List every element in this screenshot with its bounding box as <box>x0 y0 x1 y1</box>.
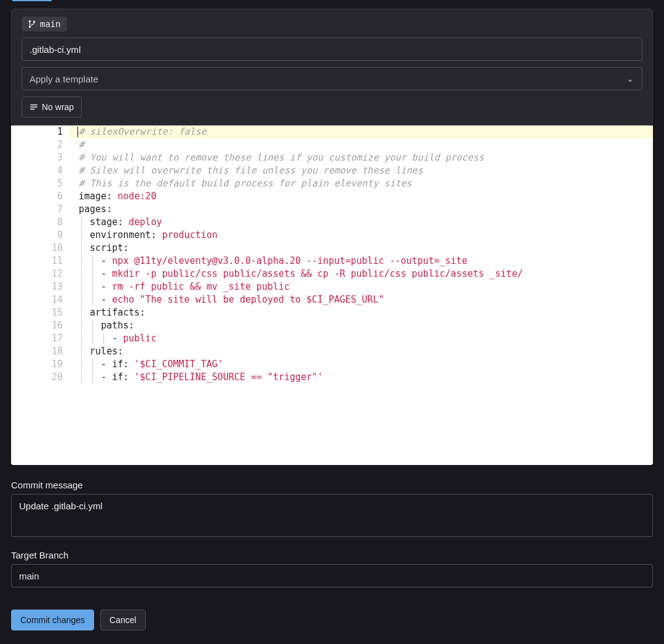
branch-badge[interactable]: main <box>22 17 67 31</box>
template-select[interactable]: Apply a template <box>22 67 642 90</box>
line-number: 19 <box>11 358 64 371</box>
code-line[interactable]: │ │ - echo "The site will be deployed to… <box>69 293 653 306</box>
code-line[interactable]: │ │ - if: '$CI_COMMIT_TAG' <box>69 358 653 371</box>
code-line[interactable]: │ │ paths: <box>69 319 653 332</box>
line-number: 15 <box>11 306 64 319</box>
line-number: 13 <box>11 280 64 293</box>
code-line[interactable]: # Silex will overwrite this file unless … <box>69 164 653 177</box>
line-number: 17 <box>11 332 64 345</box>
commit-form: Commit message Target Branch <box>0 465 664 598</box>
code-line[interactable]: │ stage: deploy <box>69 216 653 229</box>
line-number: 3 <box>11 151 64 164</box>
branch-icon <box>28 20 36 28</box>
line-number: 9 <box>11 229 64 242</box>
code-line[interactable]: │ │ - if: '$CI_PIPELINE_SOURCE == "trigg… <box>69 371 653 384</box>
code-editor[interactable]: 1234567891011121314151617181920 # silexO… <box>11 125 653 465</box>
line-number: 5 <box>11 177 64 190</box>
code-line[interactable]: image: node:20 <box>69 190 653 203</box>
code-line[interactable]: pages: <box>69 203 653 216</box>
line-gutter: 1234567891011121314151617181920 <box>11 125 69 465</box>
code-line[interactable]: │ │ - mkdir -p public/css public/assets … <box>69 268 653 280</box>
line-number: 7 <box>11 203 64 216</box>
line-number: 12 <box>11 268 64 280</box>
code-line[interactable]: # silexOverwrite: false <box>69 125 653 138</box>
commit-changes-button[interactable]: Commit changes <box>11 610 94 630</box>
cancel-button[interactable]: Cancel <box>100 610 146 630</box>
code-line[interactable]: │ environment: production <box>69 229 653 242</box>
commit-message-label: Commit message <box>11 480 653 490</box>
editor-header-panel: main Apply a template ⌄ No wrap <box>11 9 653 125</box>
tab-bar <box>0 0 664 9</box>
line-number: 2 <box>11 138 64 151</box>
line-number: 18 <box>11 345 64 358</box>
filename-input[interactable] <box>22 38 642 61</box>
line-number: 6 <box>11 190 64 203</box>
code-line[interactable]: │ artifacts: <box>69 306 653 319</box>
target-branch-label: Target Branch <box>11 550 653 560</box>
svg-point-0 <box>29 20 31 23</box>
line-number: 11 <box>11 255 64 268</box>
action-row: Commit changes Cancel <box>0 610 664 642</box>
wrap-toggle-button[interactable]: No wrap <box>22 97 82 117</box>
active-tab-indicator <box>12 0 52 1</box>
code-line[interactable]: # You will want to remove these lines if… <box>69 151 653 164</box>
code-line[interactable]: │ │ - npx @11ty/eleventy@v3.0.0-alpha.20… <box>69 255 653 268</box>
code-line[interactable]: │ rules: <box>69 345 653 358</box>
code-line[interactable]: │ │ │ - public <box>69 332 653 345</box>
wrap-toggle-label: No wrap <box>42 102 74 112</box>
code-area[interactable]: # silexOverwrite: false## You will want … <box>69 125 653 465</box>
code-line[interactable]: │ │ - rm -rf public && mv _site public <box>69 280 653 293</box>
target-branch-input[interactable] <box>11 564 653 587</box>
line-number: 20 <box>11 371 64 384</box>
branch-name: main <box>40 19 61 29</box>
line-number: 8 <box>11 216 64 229</box>
line-number: 4 <box>11 164 64 177</box>
nowrap-icon <box>30 103 38 111</box>
svg-point-1 <box>29 26 31 28</box>
code-line[interactable]: # This is the default build process for … <box>69 177 653 190</box>
line-number: 1 <box>11 125 64 138</box>
commit-message-input[interactable] <box>11 494 653 537</box>
line-number: 16 <box>11 319 64 332</box>
code-line[interactable]: │ script: <box>69 242 653 255</box>
code-line[interactable]: # <box>69 138 653 151</box>
svg-point-2 <box>33 21 36 23</box>
line-number: 10 <box>11 242 64 255</box>
line-number: 14 <box>11 293 64 306</box>
